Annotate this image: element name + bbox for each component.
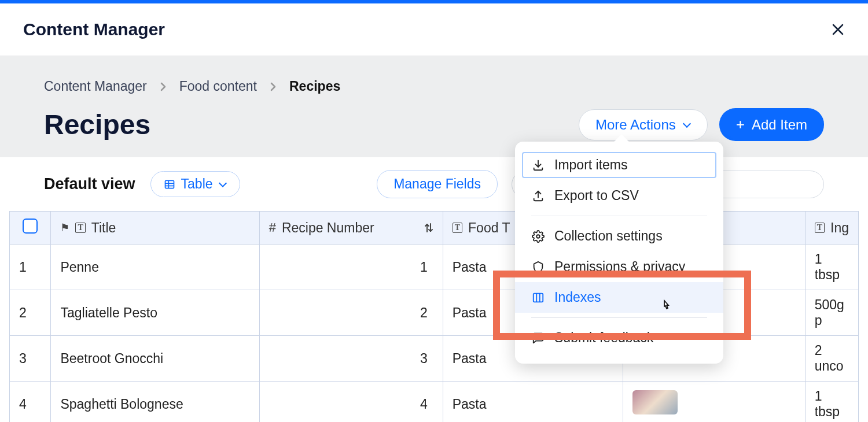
column-title[interactable]: Title bbox=[51, 212, 259, 245]
sort-icon[interactable] bbox=[424, 223, 433, 233]
cell-title[interactable]: Spaghetti Bolognese bbox=[51, 382, 259, 423]
checkbox-icon[interactable] bbox=[23, 219, 38, 234]
app-header: Content Manager bbox=[0, 3, 868, 55]
add-item-label: Add Item bbox=[752, 117, 807, 133]
upload-icon bbox=[531, 190, 545, 202]
cell-title[interactable]: Tagliatelle Pesto bbox=[51, 290, 259, 336]
row-index: 1 bbox=[10, 245, 51, 290]
table-row[interactable]: 2 Tagliatelle Pesto 2 Pasta 500g p bbox=[10, 290, 859, 336]
comment-icon bbox=[531, 332, 545, 345]
column-recipe-number[interactable]: Recipe Number bbox=[259, 212, 443, 245]
select-all-header[interactable] bbox=[10, 212, 51, 245]
gear-icon bbox=[531, 230, 545, 243]
breadcrumb-current: Recipes bbox=[289, 79, 340, 94]
table-row[interactable]: 1 Penne 1 Pasta 1 tbsp bbox=[10, 245, 859, 290]
cell-recipe-number[interactable]: 3 bbox=[259, 336, 443, 382]
hash-icon bbox=[269, 220, 276, 235]
menu-divider bbox=[531, 317, 707, 318]
content-panel: Default view Table Manage Fields S bbox=[9, 157, 859, 422]
table-row[interactable]: 3 Beetroot Gnocchi 3 Pasta 2 unco bbox=[10, 336, 859, 382]
more-actions-button[interactable]: More Actions bbox=[579, 109, 708, 140]
menu-item-permissions[interactable]: Permissions & privacy bbox=[515, 251, 723, 282]
text-type-icon bbox=[815, 223, 825, 233]
text-type-icon bbox=[75, 223, 85, 233]
cell-title[interactable]: Penne bbox=[51, 245, 259, 290]
more-actions-label: More Actions bbox=[595, 117, 676, 133]
chevron-down-icon bbox=[683, 121, 691, 129]
column-ingredients[interactable]: Ing bbox=[805, 212, 858, 245]
map-icon bbox=[531, 291, 545, 304]
cell-ingredients[interactable]: 1 tbsp bbox=[805, 382, 858, 423]
menu-item-indexes[interactable]: Indexes bbox=[515, 282, 723, 313]
cell-title[interactable]: Beetroot Gnocchi bbox=[51, 336, 259, 382]
page-title: Recipes bbox=[44, 109, 150, 140]
svg-rect-9 bbox=[534, 293, 543, 302]
cell-food-type[interactable]: Pasta bbox=[443, 382, 623, 423]
row-index: 2 bbox=[10, 290, 51, 336]
svg-rect-2 bbox=[165, 180, 174, 188]
row-index: 3 bbox=[10, 336, 51, 382]
manage-fields-button[interactable]: Manage Fields bbox=[377, 170, 498, 198]
menu-item-import[interactable]: Import items bbox=[520, 150, 719, 180]
view-name: Default view bbox=[44, 175, 135, 193]
menu-item-collection-settings[interactable]: Collection settings bbox=[515, 221, 723, 251]
chevron-down-icon bbox=[219, 180, 227, 188]
image-thumb bbox=[632, 390, 678, 414]
menu-item-export[interactable]: Export to CSV bbox=[515, 180, 723, 211]
breadcrumb-item[interactable]: Food content bbox=[179, 79, 257, 94]
flag-icon bbox=[60, 221, 69, 234]
chevron-right-icon bbox=[160, 82, 167, 92]
breadcrumb-item[interactable]: Content Manager bbox=[44, 79, 147, 94]
row-index: 4 bbox=[10, 382, 51, 423]
cell-image[interactable] bbox=[623, 382, 805, 423]
view-mode-selector[interactable]: Table bbox=[150, 171, 240, 197]
cell-ingredients[interactable]: 500g p bbox=[805, 290, 858, 336]
page-header-area: Content Manager Food content Recipes Rec… bbox=[0, 55, 868, 157]
menu-item-feedback[interactable]: Submit feedback bbox=[515, 323, 723, 353]
table-grid-icon bbox=[164, 179, 175, 190]
download-icon bbox=[531, 159, 545, 172]
chevron-right-icon bbox=[270, 82, 277, 92]
text-type-icon bbox=[453, 223, 462, 233]
data-table: Title Recipe Number Food T bbox=[9, 211, 859, 422]
shield-icon bbox=[531, 261, 545, 273]
menu-divider bbox=[531, 216, 707, 216]
cell-recipe-number[interactable]: 2 bbox=[259, 290, 443, 336]
toolbar: Default view Table Manage Fields S bbox=[9, 157, 859, 211]
cell-recipe-number[interactable]: 4 bbox=[259, 382, 443, 423]
table-row[interactable]: 4 Spaghetti Bolognese 4 Pasta 1 tbsp bbox=[10, 382, 859, 423]
view-mode-label: Table bbox=[181, 176, 213, 192]
add-item-button[interactable]: Add Item bbox=[719, 108, 824, 141]
breadcrumb: Content Manager Food content Recipes bbox=[44, 79, 824, 94]
more-actions-menu: Import items Export to CSV Collection se… bbox=[515, 142, 723, 364]
app-title: Content Manager bbox=[23, 20, 165, 39]
cell-ingredients[interactable]: 2 unco bbox=[805, 336, 858, 382]
svg-point-8 bbox=[536, 235, 540, 238]
table-header-row: Title Recipe Number Food T bbox=[10, 212, 859, 245]
plus-icon bbox=[736, 116, 745, 134]
cell-ingredients[interactable]: 1 tbsp bbox=[805, 245, 858, 290]
cell-recipe-number[interactable]: 1 bbox=[259, 245, 443, 290]
close-icon[interactable] bbox=[831, 23, 845, 36]
